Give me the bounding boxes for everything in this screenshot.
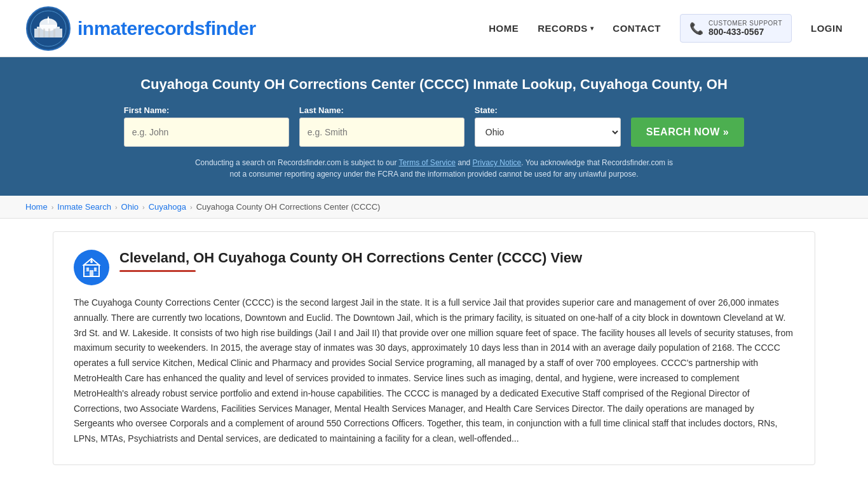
svg-rect-9	[53, 29, 55, 37]
support-box[interactable]: 📞 CUSTOMER SUPPORT 800-433-0567	[680, 14, 792, 43]
breadcrumb-sep-2: ›	[115, 203, 118, 211]
search-section: Cuyahoga County OH Corrections Center (C…	[0, 57, 868, 196]
nav-records[interactable]: RECORDS ▾	[538, 23, 593, 34]
svg-point-18	[90, 261, 93, 263]
support-text: CUSTOMER SUPPORT 800-433-0567	[709, 20, 782, 37]
state-label: State:	[475, 105, 498, 115]
main-content: Cleveland, OH Cuyahoga County OH Correct…	[27, 219, 841, 478]
breadcrumb-inmate-search[interactable]: Inmate Search	[57, 202, 111, 212]
svg-rect-4	[37, 27, 60, 29]
breadcrumb: Home › Inmate Search › Ohio › Cuyahoga ›…	[0, 196, 868, 219]
last-name-input[interactable]	[299, 118, 465, 147]
main-nav: HOME RECORDS ▾ CONTACT 📞 CUSTOMER SUPPOR…	[489, 14, 843, 43]
first-name-group: First Name:	[124, 105, 289, 147]
site-header: inmaterecordsfinder HOME RECORDS ▾ CONTA…	[0, 0, 868, 57]
support-label: CUSTOMER SUPPORT	[709, 20, 782, 27]
facility-header: Cleveland, OH Cuyahoga County OH Correct…	[74, 250, 794, 285]
facility-title: Cleveland, OH Cuyahoga County OH Correct…	[119, 250, 582, 266]
facility-description: The Cuyahoga County Corrections Center (…	[74, 295, 794, 447]
state-select[interactable]: Ohio Alabama Alaska Arizona California F…	[475, 118, 621, 147]
facility-title-underline	[119, 270, 196, 272]
svg-rect-3	[39, 25, 57, 27]
breadcrumb-home[interactable]: Home	[25, 202, 48, 212]
privacy-link[interactable]: Privacy Notice	[473, 158, 522, 167]
search-button[interactable]: SEARCH NOW »	[631, 118, 744, 147]
svg-rect-15	[90, 270, 93, 276]
search-title: Cuyahoga County OH Corrections Center (C…	[25, 76, 843, 93]
building-icon	[81, 257, 102, 278]
chevron-down-icon: ▾	[590, 25, 594, 32]
terms-link[interactable]: Terms of Service	[399, 158, 456, 167]
logo-text: inmaterecordsfinder	[78, 18, 256, 39]
svg-rect-13	[86, 268, 89, 271]
breadcrumb-sep-4: ›	[190, 203, 193, 211]
first-name-input[interactable]	[124, 118, 289, 147]
logo-area[interactable]: inmaterecordsfinder	[25, 6, 256, 51]
nav-home[interactable]: HOME	[489, 23, 519, 34]
support-phone-number: 800-433-0567	[709, 27, 782, 37]
breadcrumb-cuyahoga[interactable]: Cuyahoga	[149, 202, 186, 212]
breadcrumb-current: Cuyahoga County OH Corrections Center (C…	[196, 202, 381, 212]
first-name-label: First Name:	[124, 105, 170, 115]
content-card: Cleveland, OH Cuyahoga County OH Correct…	[53, 231, 815, 465]
search-disclaimer: Conducting a search on Recordsfinder.com…	[193, 157, 675, 180]
svg-rect-8	[48, 29, 50, 37]
phone-icon: 📞	[689, 22, 703, 36]
search-form: First Name: Last Name: State: Ohio Alaba…	[25, 105, 843, 147]
last-name-label: Last Name:	[299, 105, 344, 115]
svg-rect-7	[43, 29, 45, 37]
logo-icon	[25, 6, 71, 51]
facility-icon	[74, 250, 109, 285]
last-name-group: Last Name:	[299, 105, 465, 147]
facility-title-area: Cleveland, OH Cuyahoga County OH Correct…	[119, 250, 582, 272]
state-group: State: Ohio Alabama Alaska Arizona Calif…	[475, 105, 621, 147]
nav-login[interactable]: LOGIN	[811, 23, 843, 34]
breadcrumb-ohio[interactable]: Ohio	[121, 202, 139, 212]
breadcrumb-sep-3: ›	[142, 203, 145, 211]
nav-contact[interactable]: CONTACT	[613, 23, 661, 34]
svg-rect-14	[94, 268, 97, 271]
svg-rect-6	[38, 29, 40, 37]
breadcrumb-sep-1: ›	[51, 203, 54, 211]
